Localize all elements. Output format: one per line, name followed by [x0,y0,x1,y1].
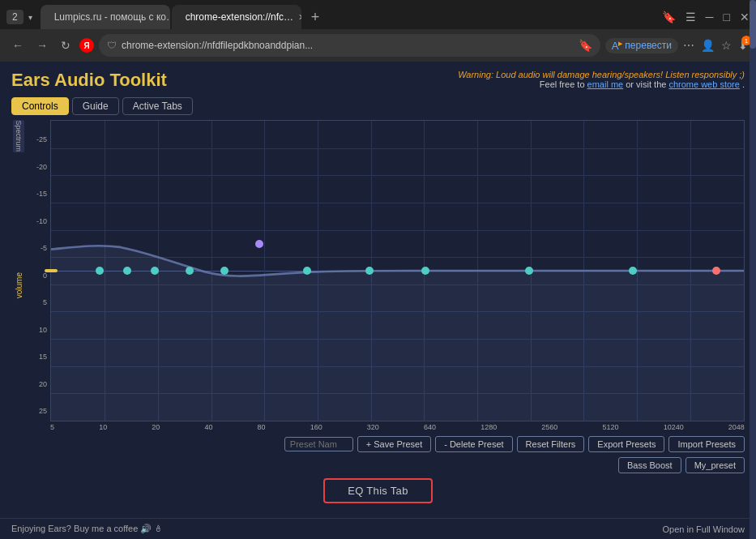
extension-content: Ears Audio Toolkit Warning: Loud audio w… [0,62,756,518]
y-label-25bot: 25 [39,408,47,415]
volume-label: volume [15,272,23,298]
filter-dot-11[interactable] [629,267,637,275]
address-text: chrome-extension://nfdfilepdkbnoanddpian… [122,40,574,51]
download-button[interactable]: ⬇ [738,39,748,52]
reset-filters-button[interactable]: Reset Filters [517,436,585,452]
filter-dot-7[interactable] [303,267,311,275]
x-label-2560: 2560 [541,423,557,431]
filter-dot-1[interactable] [96,267,104,275]
address-bar: ← → ↻ Я 🛡 chrome-extension://nfdfilepdkb… [0,29,756,62]
minimize-button[interactable]: ─ [706,11,714,24]
grid-line-h3 [51,203,744,203]
browser-top-actions: 🔖 ☰ ─ □ ✕ [662,11,750,24]
x-label-160: 160 [310,423,322,431]
x-label-80: 80 [258,423,266,431]
grid-line-h8 [51,339,744,340]
grid-v12 [690,121,691,421]
tab-lumpics[interactable]: Lumpics.ru - помощь с ко… [41,5,170,29]
grid-line-h6 [51,284,744,285]
bottom-controls: + Save Preset - Delete Preset Reset Filt… [11,431,745,510]
my-preset-button[interactable]: My_preset [686,457,745,473]
eq-btn-row: EQ This Tab [11,478,745,503]
tab-extension[interactable]: chrome-extension://nfc… ✕ [172,5,301,29]
grid-line-h10 [51,393,744,394]
filter-dot-5[interactable] [220,267,229,275]
chrome-store-link[interactable]: chrome web store [668,79,739,89]
translate-icon: A▶ [612,40,623,52]
extensions-icon[interactable]: ⋯ [683,39,694,52]
y-label-15pos: 15 [39,353,47,361]
app-title: Ears Audio Toolkit [11,70,167,91]
grid-v3 [211,121,212,421]
y-label-5pos: 5 [43,299,47,306]
star-icon[interactable]: ☆ [721,39,732,52]
email-link[interactable]: email me [587,79,624,89]
x-label-5120: 5120 [602,423,618,431]
tab-count[interactable]: 2 [6,10,23,24]
warning-line1: Warning: Loud audio will damage hearing/… [458,70,745,79]
yandex-logo[interactable]: Я [79,38,94,53]
tab-extension-label: chrome-extension://nfc… [186,11,293,23]
forward-button[interactable]: → [32,36,52,54]
delete-preset-button[interactable]: - Delete Preset [435,436,512,452]
y-label-25top: -25 [36,136,47,143]
eq-this-tab-button[interactable]: EQ This Tab [323,478,432,503]
maximize-button[interactable]: □ [724,11,730,24]
open-full-window-button[interactable]: Open in Full Window [663,524,745,534]
bass-boost-button[interactable]: Bass Boost [618,457,681,473]
filter-dot-3[interactable] [151,267,159,275]
tab-close-icon[interactable]: ✕ [298,12,301,23]
tab-controls[interactable]: Controls [11,97,69,115]
x-label-2048: 2048 [728,423,745,431]
close-button[interactable]: ✕ [740,11,750,24]
tab-chevron-icon[interactable]: ▾ [28,13,32,22]
extension-header: Ears Audio Toolkit Warning: Loud audio w… [11,70,745,91]
y-label-15: -15 [36,190,47,198]
grid-v10 [583,121,584,421]
menu-icon[interactable]: ☰ [686,11,696,24]
address-input[interactable]: 🛡 chrome-extension://nfdfilepdkbnoanddpi… [99,34,600,57]
filter-dot-6[interactable] [255,240,263,248]
grid-line-h9 [51,366,744,367]
x-label-320: 320 [367,423,379,431]
filter-dot-9[interactable] [421,267,429,275]
eq-chart [50,120,745,421]
x-label-1280: 1280 [481,423,497,431]
grid-line-h5 [51,257,744,258]
x-label-20: 20 [152,423,160,431]
y-axis: -25 -20 -15 -10 -5 0 5 10 15 20 25 [28,120,50,431]
back-button[interactable]: ← [8,36,28,54]
y-label-10pos: 10 [39,327,47,334]
spectrum-label: Spectrum [13,120,24,152]
x-axis: 5 10 20 40 80 160 320 640 1280 2560 5120… [50,421,745,431]
grid-v5 [318,121,318,421]
tab-active-tabs[interactable]: Active Tabs [122,97,193,115]
save-preset-button[interactable]: + Save Preset [357,436,431,452]
preset-name-input[interactable] [284,437,353,451]
x-label-40: 40 [204,423,212,431]
filter-dot-10[interactable] [525,267,533,275]
grid-line-h1 [51,148,744,149]
y-label-10: -10 [36,218,47,225]
new-tab-button[interactable]: + [308,9,323,26]
grid-v1 [105,121,105,421]
profile-icon[interactable]: 👤 [701,39,715,52]
import-presets-button[interactable]: Import Presets [668,436,745,452]
scrollbar[interactable] [750,62,756,518]
filter-dot-2[interactable] [123,267,131,275]
bookmark-address-icon[interactable]: 🔖 [579,39,592,52]
bookmark-icon[interactable]: 🔖 [662,11,676,24]
tab-guide[interactable]: Guide [72,97,119,115]
filter-dot-4[interactable] [186,267,194,275]
translate-label: перевести [625,40,672,51]
filter-dot-12[interactable] [712,267,720,275]
tab-bar: 2 ▾ Lumpics.ru - помощь с ко… chrome-ext… [0,0,756,29]
volume-slider-handle[interactable] [45,269,58,272]
x-label-640: 640 [424,423,436,431]
address-bar-actions: ⋯ 👤 ☆ ⬇ [683,39,748,52]
export-presets-button[interactable]: Export Presets [588,436,664,452]
refresh-button[interactable]: ↻ [57,36,75,54]
filter-dot-8[interactable] [365,267,374,275]
translate-button[interactable]: A▶ перевести [605,38,678,53]
tabs-row: Controls Guide Active Tabs [11,97,745,115]
